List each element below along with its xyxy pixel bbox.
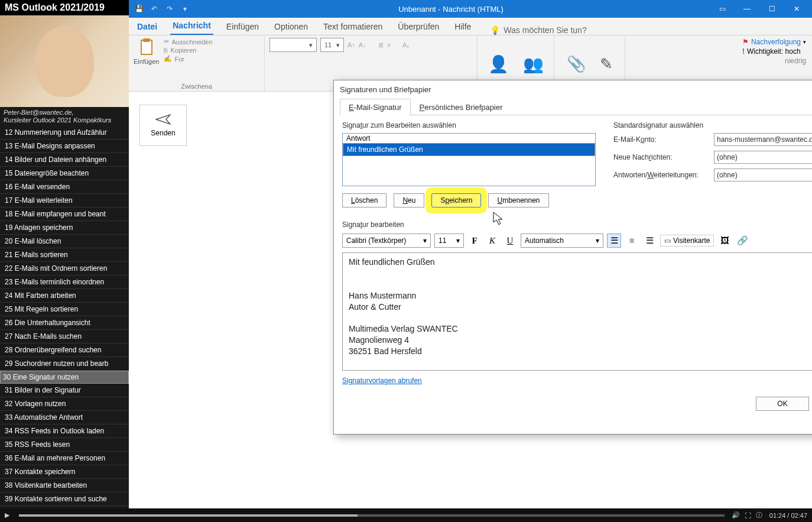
business-card-button[interactable]: ▭Visitenkarte [660,235,714,247]
redo-icon[interactable]: ↷ [163,2,176,15]
player-time: 01:24 / 02:47 [765,512,812,519]
send-button[interactable]: Senden [139,105,187,146]
chapter-item[interactable]: 25 Mit Regeln sortieren [0,303,129,316]
decrease-font-icon[interactable]: A↓ [359,41,366,48]
flag-icon: ⚑ [742,38,749,46]
new-messages-select[interactable]: (ohne)▾ [714,151,812,164]
minimize-icon[interactable]: — [735,1,759,17]
importance-low-button[interactable]: niedrig [742,57,806,65]
underline-button[interactable]: U [503,234,517,248]
signature-icon[interactable]: ✎ [600,55,613,73]
chapter-item[interactable]: 36 E-Mail an mehrere Personen [0,452,129,465]
paste-button[interactable]: Einfügen [134,38,159,65]
insert-link-button[interactable]: 🔗 [735,234,749,248]
account-select[interactable]: hans-mustermann@swantec.de▾ [714,133,812,146]
tab-options[interactable]: Optionen [272,18,310,35]
font-size-select[interactable]: 11▾ [320,38,344,52]
chapter-item[interactable]: 29 Suchordner nutzen und bearb [0,357,129,371]
attach-file-icon[interactable]: 📎 [567,55,586,73]
new-button[interactable]: Neu [394,193,424,207]
chapter-item[interactable]: 23 E-Mails terminlich einordnen [0,275,129,289]
align-right-button[interactable]: ☰ [642,234,657,248]
get-templates-link[interactable]: Signaturvorlagen abrufen [342,377,422,385]
qat-more-icon[interactable]: ▾ [178,2,191,15]
maximize-icon[interactable]: ☐ [760,1,784,17]
chapter-item[interactable]: 16 E-Mail versenden [0,180,129,194]
tab-help[interactable]: Hilfe [452,18,473,35]
signatures-list[interactable]: AntwortMit freundlichen Grüßen [342,133,596,186]
chapter-item[interactable]: 31 Bilder in der Signatur [0,384,129,397]
save-button[interactable]: Speichern [431,193,481,207]
format-painter-button[interactable]: ✍For [164,55,212,63]
copy-button[interactable]: ⎘Kopieren [164,47,212,54]
sig-size-select[interactable]: 11▾ [434,234,464,248]
check-names-icon[interactable]: 👥 [523,54,544,74]
italic-button[interactable]: K [485,234,499,248]
chapter-item[interactable]: 33 Automatische Antwort [0,411,129,424]
insert-image-button[interactable]: 🖼 [717,234,732,248]
chapter-item[interactable]: 35 RSS Feeds lesen [0,438,129,452]
signature-editor[interactable]: Mit feundlichen GrüßenHans MustermannAut… [342,252,812,371]
chapter-item[interactable]: 26 Die Unterhaltungansicht [0,316,129,330]
signature-item[interactable]: Antwort [343,134,595,143]
cut-button[interactable]: ✂Ausschneiden [164,38,212,46]
chapter-item[interactable]: 21 E-Mails sortieren [0,248,129,262]
font-family-select[interactable]: ▾ [269,38,317,52]
ok-button[interactable]: OK [756,397,809,411]
chapter-item[interactable]: 38 Visitenkarte bearbeiten [0,479,129,492]
chapter-item[interactable]: 22 E-Mails mit Ordnern sortieren [0,262,129,275]
tab-insert[interactable]: Einfügen [224,18,261,35]
bullets-icon[interactable]: ≣ [378,41,384,49]
rename-button[interactable]: Umbenennen [488,193,548,207]
clear-format-icon[interactable]: Aₓ [402,41,410,49]
chapter-item[interactable]: 37 Kontakte speichern [0,465,129,479]
chapter-item[interactable]: 17 E-Mail weiterleiten [0,194,129,207]
tell-me[interactable]: 💡 Was möchten Sie tun? [490,25,586,35]
scissors-icon: ✂ [164,38,169,46]
increase-font-icon[interactable]: A↑ [347,41,355,48]
tab-stationery[interactable]: Persönliches Briefpapier [411,99,512,115]
chapter-item[interactable]: 27 Nach E-Mails suchen [0,330,129,343]
tab-email-signature[interactable]: E-Mail-Signatur [340,99,411,115]
sig-color-select[interactable]: Automatisch▾ [521,234,603,248]
chapter-item[interactable]: 20 E-Mail löschen [0,235,129,248]
chapter-item[interactable]: 34 RSS Feeds in Outlook laden [0,424,129,438]
chapter-item[interactable]: 12 Nummerierung und Aufzählur [0,126,129,140]
close-icon[interactable]: ✕ [785,1,808,17]
chapter-item[interactable]: 24 Mit Farben arbeiten [0,289,129,303]
chapter-list[interactable]: 12 Nummerierung und Aufzählur13 E-Mail D… [0,126,129,508]
sig-font-select[interactable]: Calibri (Textkörper)▾ [342,234,431,248]
align-center-button[interactable]: ≡ [625,234,639,248]
volume-icon[interactable]: 🔊 [729,511,742,519]
chapter-item[interactable]: 28 Ordnerübergreifend suchen [0,343,129,357]
followup-button[interactable]: ⚑Nachverfolgung▾ [742,38,806,46]
bold-button[interactable]: F [467,234,482,248]
align-left-button[interactable]: ☰ [607,234,621,248]
chapter-item[interactable]: 19 Anlagen speichern [0,221,129,235]
chapter-item[interactable]: 13 E-Mail Designs anpassen [0,140,129,153]
chapter-item[interactable]: 39 Kontakte sortieren und suche [0,492,129,506]
chapter-item[interactable]: 30 Eine Signatur nutzen [0,371,129,384]
chapter-item[interactable]: 14 Bilder und Dateien anhängen [0,153,129,167]
chapter-item[interactable]: 18 E-Mail empfangen und beant [0,207,129,221]
tab-file[interactable]: Datei [135,18,160,35]
importance-high-button[interactable]: !Wichtigkeit: hoch [742,47,806,56]
settings-icon[interactable]: ⓘ [753,511,765,520]
save-icon[interactable]: 💾 [132,2,145,15]
tab-review[interactable]: Überprüfen [395,18,441,35]
delete-button[interactable]: Löschen [342,193,386,207]
ribbon-options-icon[interactable]: ▭ [710,1,734,17]
replies-select[interactable]: (ohne)▾ [714,168,812,181]
chapter-item[interactable]: 32 Vorlagen nutzen [0,397,129,411]
player-track[interactable] [19,514,725,517]
signature-item[interactable]: Mit freundlichen Grüßen [343,143,595,156]
tab-format[interactable]: Text formatieren [321,18,385,35]
tab-message[interactable]: Nachricht [170,17,213,35]
fullscreen-icon[interactable]: ⛶ [742,512,753,519]
address-book-icon[interactable]: 👤 [488,54,509,74]
numbering-icon[interactable]: ≡ [387,41,391,48]
chapter-item[interactable]: 15 Dateiengröße beachten [0,167,129,180]
video-player-bar[interactable]: ▶ 🔊 ⛶ ⓘ 01:24 / 02:47 [0,508,812,522]
undo-icon[interactable]: ↶ [148,2,161,15]
play-icon[interactable]: ▶ [0,511,14,519]
